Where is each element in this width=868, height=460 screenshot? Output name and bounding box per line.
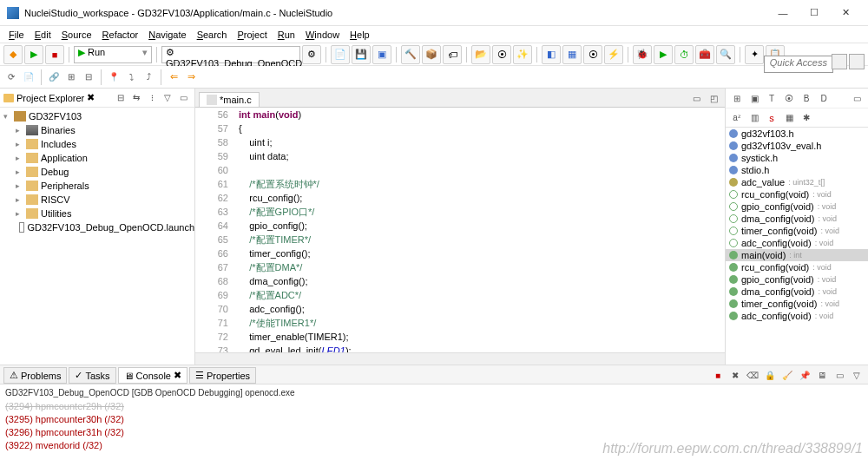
debug-button[interactable]: 🐞	[633, 45, 652, 64]
menu-project[interactable]: Project	[233, 28, 273, 42]
chip-button[interactable]: ▦	[562, 45, 582, 64]
menu-search[interactable]: Search	[192, 28, 233, 42]
save-button[interactable]: 💾	[352, 45, 371, 64]
tree-item[interactable]: ▸Application	[0, 151, 194, 165]
console-output[interactable]: (3294) hpmcounter29h (/32)(3295) hpmcoun…	[0, 400, 868, 460]
outline-item[interactable]: rcu_config(void): void	[726, 261, 868, 273]
outline-min-icon[interactable]: ▭	[849, 90, 865, 106]
tree-root[interactable]: ▾GD32FV103	[0, 109, 194, 123]
view-menu-icon[interactable]: ▽	[160, 90, 175, 106]
menu-refactor[interactable]: Refactor	[97, 28, 144, 42]
save-all-button[interactable]: ▣	[372, 45, 391, 64]
bottom-tab-properties[interactable]: ☰Properties	[189, 367, 256, 384]
outline-item[interactable]: systick.h	[726, 152, 868, 164]
scroll-lock-icon[interactable]: 🔒	[762, 367, 778, 383]
filter-nonpublic-icon[interactable]: ▦	[781, 110, 797, 126]
tree-item[interactable]: ▸Peripherals	[0, 179, 194, 193]
filter-icon[interactable]: ⫶	[144, 90, 160, 106]
console-menu-icon[interactable]: ▽	[849, 367, 865, 383]
back-button[interactable]: ⇐	[166, 69, 181, 85]
perspective-c[interactable]	[832, 54, 847, 69]
doc-icon[interactable]: 📄	[21, 69, 36, 85]
outline-icon-6[interactable]: D	[816, 90, 832, 106]
tag-button[interactable]: 🏷	[443, 45, 462, 64]
step-icon[interactable]: ⤵	[123, 69, 139, 85]
link-icon[interactable]: 🔗	[46, 69, 62, 85]
tree-item[interactable]: ▸Binaries	[0, 123, 194, 137]
outline-item[interactable]: gd32vf103.h	[726, 128, 868, 140]
target-button[interactable]: ⦿	[492, 45, 511, 64]
outline-item[interactable]: adc_config(void): void	[726, 310, 868, 322]
expand-icon[interactable]: ⊞	[63, 69, 79, 85]
menu-source[interactable]: Source	[56, 28, 97, 42]
outline-item[interactable]: main(void): int	[726, 249, 868, 261]
outline-item[interactable]: adc_config(void): void	[726, 237, 868, 249]
open-console-icon[interactable]: ▭	[832, 367, 847, 383]
menu-navigate[interactable]: Navigate	[143, 28, 191, 42]
collapse-all-icon[interactable]: ⊟	[113, 90, 128, 106]
menu-help[interactable]: Help	[345, 28, 375, 42]
package-button[interactable]: 📦	[422, 45, 441, 64]
minimize-pane-icon[interactable]: ▭	[175, 90, 191, 106]
outline-menu-icon[interactable]: ✱	[799, 110, 814, 126]
close-button[interactable]: ✕	[830, 1, 861, 25]
outline-item[interactable]: gpio_config(void): void	[726, 273, 868, 286]
outline-item[interactable]: rcu_config(void): void	[726, 188, 868, 200]
outline-item[interactable]: adc_value: uint32_t[]	[726, 176, 868, 188]
hammer-button[interactable]: 🔨	[401, 45, 420, 64]
menu-run[interactable]: Run	[273, 28, 300, 42]
outline-item[interactable]: dma_config(void): void	[726, 213, 868, 225]
outline-list[interactable]: gd32vf103.hgd32vf103v_eval.hsystick.hstd…	[726, 128, 868, 365]
step2-icon[interactable]: ⤴	[141, 69, 156, 85]
outline-item[interactable]: stdio.h	[726, 164, 868, 176]
settings-button[interactable]: ⚙	[302, 45, 321, 64]
wand-button[interactable]: ✨	[513, 45, 532, 64]
run-button[interactable]: ▶	[24, 45, 43, 64]
collapse-icon[interactable]: ⊟	[81, 69, 96, 85]
run2-button[interactable]: ▶	[654, 45, 673, 64]
minimize-button[interactable]: —	[767, 1, 799, 25]
magic-button[interactable]: ✦	[745, 45, 764, 64]
outline-item[interactable]: gpio_config(void): void	[726, 200, 868, 213]
tree-item[interactable]: ▸Utilities	[0, 207, 194, 220]
maximize-editor-icon[interactable]: ◰	[706, 90, 721, 106]
open-button[interactable]: 📂	[471, 45, 490, 64]
terminate-icon[interactable]: ■	[710, 367, 726, 383]
outline-icon-5[interactable]: B	[799, 90, 814, 106]
profile-button[interactable]: ⏱	[674, 45, 694, 64]
outline-icon-1[interactable]: ⊞	[729, 90, 745, 106]
bottom-tab-console[interactable]: 🖥Console ✖	[118, 367, 187, 384]
menu-edit[interactable]: Edit	[30, 28, 56, 42]
clear-console-icon[interactable]: 🧹	[779, 367, 795, 383]
ext-tools-button[interactable]: 🧰	[695, 45, 714, 64]
link-editor-icon[interactable]: ⇆	[128, 90, 144, 106]
outline-icon-2[interactable]: ▣	[746, 90, 762, 106]
outline-item[interactable]: gd32vf103v_eval.h	[726, 140, 868, 152]
stop-button[interactable]: ■	[45, 45, 64, 64]
horizontal-scrollbar[interactable]	[195, 352, 725, 365]
debug-config-select[interactable]: ⚙ GD32FV103_Debug_OpenOCD▾	[161, 46, 300, 63]
bottom-tab-tasks[interactable]: ✓Tasks	[69, 367, 115, 384]
forward-button[interactable]: ⇒	[183, 69, 199, 85]
pin-button[interactable]: ⦿	[583, 45, 602, 64]
filter-field-icon[interactable]: ▥	[746, 110, 762, 126]
display-console-icon[interactable]: 🖥	[814, 367, 830, 383]
maximize-button[interactable]: ☐	[799, 1, 830, 25]
sync-icon[interactable]: ⟳	[3, 69, 19, 85]
project-tree[interactable]: ▾GD32FV103▸Binaries▸Includes▸Application…	[0, 108, 194, 365]
outline-icon-4[interactable]: ⦿	[781, 90, 797, 106]
bottom-tab-problems[interactable]: ⚠Problems	[3, 367, 67, 384]
quick-access[interactable]: Quick Access	[764, 56, 833, 73]
remove-launch-icon[interactable]: ✖	[727, 367, 743, 383]
restore-icon[interactable]: ▭	[688, 90, 704, 106]
tree-item[interactable]: ▸Includes	[0, 137, 194, 151]
graph-button[interactable]: ◧	[542, 45, 561, 64]
search-button[interactable]: 🔍	[716, 45, 735, 64]
remove-all-icon[interactable]: ⌫	[745, 367, 760, 383]
outline-item[interactable]: timer_config(void): void	[726, 225, 868, 237]
menu-window[interactable]: Window	[300, 28, 345, 42]
run-mode-select[interactable]: ▶ Run▾	[74, 46, 152, 63]
outline-item[interactable]: dma_config(void): void	[726, 286, 868, 298]
build-button[interactable]: ◆	[3, 45, 23, 64]
tree-item[interactable]: GD32FV103_Debug_OpenOCD.launch	[0, 220, 194, 234]
